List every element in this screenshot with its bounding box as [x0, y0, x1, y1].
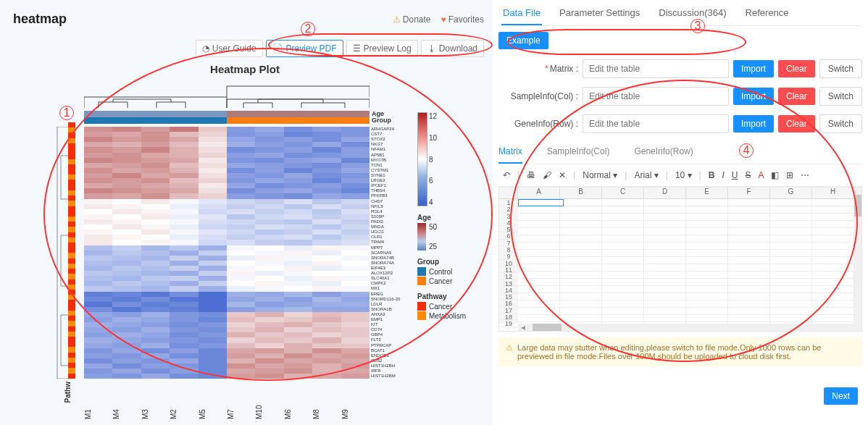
font-select[interactable]: Arial ▾	[634, 170, 658, 180]
geneinfo-switch-button[interactable]: Switch	[819, 114, 862, 133]
favorites-link[interactable]: ♥Favorites	[441, 14, 484, 25]
next-button[interactable]: Next	[824, 387, 858, 405]
sampleinfo-import-button[interactable]: Import	[733, 88, 774, 105]
donate-label: Donate	[403, 14, 431, 25]
row-header[interactable]: 17	[499, 307, 518, 314]
row-names: ARHGAP24CST7STOX2NKG7NFAM1AP5B1MYO7BTCN1…	[371, 127, 413, 379]
col-header[interactable]: B	[560, 188, 602, 199]
clearfmt-icon[interactable]: ✕	[559, 170, 566, 180]
hscroll-thumb[interactable]	[533, 324, 562, 331]
row-header[interactable]: 5	[499, 226, 518, 232]
sheet-grid[interactable]	[518, 199, 854, 324]
geneinfo-label: GeneInfo(Row) :	[498, 119, 578, 129]
row-header[interactable]: 14	[499, 287, 518, 293]
preview-log-button[interactable]: ☰Preview Log	[346, 40, 418, 57]
underline-icon[interactable]: U	[732, 170, 738, 180]
col-header[interactable]: E	[686, 188, 728, 199]
pathway-axis-label: Pathw	[64, 382, 72, 403]
vertical-scrollbar[interactable]	[854, 188, 861, 331]
paint-icon[interactable]: 🖌	[543, 170, 551, 180]
row-header[interactable]: 3	[499, 213, 518, 219]
row-header[interactable]: 8	[499, 246, 518, 253]
row-header[interactable]: 10	[499, 260, 518, 266]
row-header[interactable]: 15	[499, 293, 518, 300]
row-header[interactable]: 19	[499, 320, 518, 327]
row-header[interactable]: 7	[499, 240, 518, 246]
col-header[interactable]: A	[518, 188, 560, 199]
undo-icon[interactable]: ↶	[503, 170, 510, 180]
spreadsheet[interactable]: ABCDEFGH 12345678910111213141516171819 ◂	[498, 187, 862, 332]
user-guide-button[interactable]: ◔User Guide	[196, 40, 263, 57]
sampleinfo-clear-button[interactable]: Clear	[778, 88, 815, 105]
col-annotations	[84, 111, 370, 124]
size-select[interactable]: 10 ▾	[675, 170, 692, 180]
format-select[interactable]: Normal ▾	[583, 170, 617, 180]
horizontal-scrollbar[interactable]: ◂	[518, 324, 854, 331]
geneinfo-import-button[interactable]: Import	[733, 115, 774, 132]
download-button[interactable]: ⭳Download	[421, 40, 484, 57]
sampleinfo-switch-button[interactable]: Switch	[819, 87, 862, 106]
matrix-clear-button[interactable]: Clear	[778, 60, 815, 77]
text-color-icon[interactable]: A	[758, 170, 764, 180]
strike-icon[interactable]: S	[745, 170, 751, 180]
plot-title: Heatmap Plot	[210, 63, 280, 75]
col-header[interactable]: F	[728, 188, 770, 199]
tab-parameter-settings[interactable]: Parameter Settings	[558, 3, 641, 25]
italic-icon[interactable]: I	[722, 170, 724, 180]
row-header[interactable]: 6	[499, 232, 518, 239]
sampleinfo-input[interactable]	[583, 87, 729, 106]
warning-icon: ⚠	[506, 343, 513, 353]
borders-icon[interactable]: ⊞	[786, 170, 793, 180]
row-header[interactable]: 16	[499, 300, 518, 306]
row-header[interactable]: 18	[499, 314, 518, 320]
scroll-left-icon[interactable]: ◂	[521, 322, 525, 332]
preview-log-label: Preview Log	[364, 43, 412, 54]
row-header[interactable]: 4	[499, 219, 518, 226]
matrix-label: *Matrix :	[498, 64, 578, 74]
row-header[interactable]: 2	[499, 206, 518, 212]
row-header[interactable]: 11	[499, 266, 518, 273]
row-header[interactable]: 12	[499, 273, 518, 279]
pdf-icon: 📄	[272, 43, 283, 54]
donate-link[interactable]: ⚠Donate	[393, 14, 431, 25]
matrix-switch-button[interactable]: Switch	[819, 59, 862, 78]
colorbar	[417, 112, 427, 206]
fill-icon[interactable]: ◧	[771, 170, 779, 180]
user-guide-label: User Guide	[212, 43, 256, 54]
example-button[interactable]: Example	[498, 32, 548, 49]
more-icon[interactable]: ⋯	[801, 170, 809, 180]
col-header[interactable]: C	[602, 188, 644, 199]
tab-data-file[interactable]: Data File	[501, 3, 542, 25]
selected-cell[interactable]	[518, 199, 564, 206]
row-header[interactable]: 9	[499, 253, 518, 259]
age-tick-lo: 25	[429, 243, 437, 251]
subtab-gene[interactable]: GeneInfo(Row)	[634, 142, 693, 164]
subtab-sample[interactable]: SampleInfo(Col)	[547, 142, 610, 164]
row-header[interactable]: 13	[499, 280, 518, 287]
subtab-matrix[interactable]: Matrix	[498, 142, 522, 164]
geneinfo-clear-button[interactable]: Clear	[778, 115, 815, 132]
download-label: Download	[439, 43, 477, 54]
legend: 1210864 Age 50 25 Group ControlCancer	[417, 112, 483, 321]
matrix-import-button[interactable]: Import	[733, 60, 774, 77]
tab-discussion[interactable]: Discussion(364)	[657, 3, 727, 25]
print-icon[interactable]: 🖶	[527, 170, 535, 180]
clock-icon: ◔	[202, 43, 209, 54]
scroll-thumb[interactable]	[854, 195, 861, 216]
geneinfo-input[interactable]	[583, 114, 729, 133]
col-dendrogram	[84, 79, 370, 108]
row-header[interactable]: 1	[499, 199, 518, 206]
col-names: M1M4M3M2M5M7M10M6M8M9	[84, 380, 370, 421]
col-header[interactable]: D	[644, 188, 686, 199]
preview-pdf-button[interactable]: 📄Preview PDF	[266, 40, 343, 57]
matrix-input[interactable]	[583, 59, 729, 78]
col-header[interactable]: H	[812, 188, 854, 199]
bold-icon[interactable]: B	[709, 170, 715, 180]
col-header[interactable]: G	[770, 188, 812, 199]
warning-text: Large data may stutter when editing,plea…	[517, 343, 855, 361]
warning-icon: ⚠	[393, 14, 401, 25]
legend-group-title: Group	[417, 258, 483, 266]
sheet-corner[interactable]	[499, 188, 518, 199]
row-dendrogram	[46, 127, 68, 379]
tab-reference[interactable]: Reference	[744, 3, 790, 25]
